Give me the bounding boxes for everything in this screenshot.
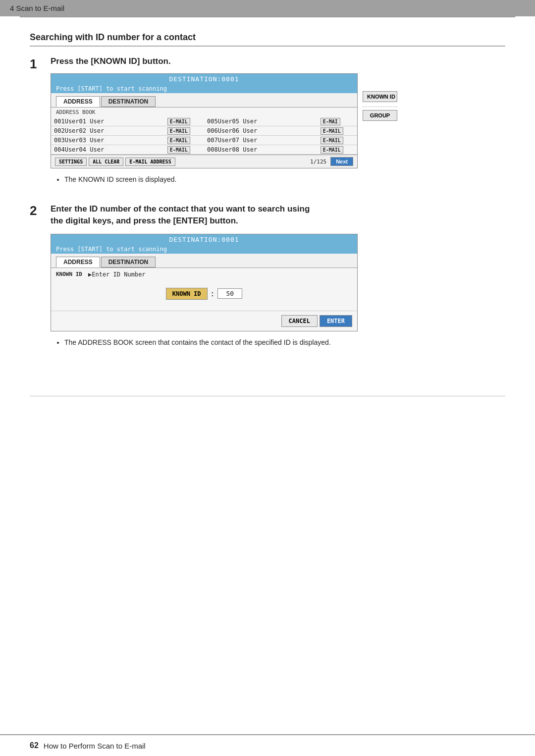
enter-button[interactable]: ENTER xyxy=(320,315,352,327)
email-address-button[interactable]: E-MAIL ADDRESS xyxy=(125,158,175,166)
table-row[interactable]: 003User03 User E-MAIL 007User07 User E-M… xyxy=(51,136,357,145)
step2-bullets: The ADDRESS BOOK screen that contains th… xyxy=(51,338,505,346)
email-badge-002: E-MAIL xyxy=(167,127,190,135)
separator-dots xyxy=(363,105,397,107)
cancel-button[interactable]: CANCEL xyxy=(281,315,318,327)
email-badge-008: E-MAIL xyxy=(321,146,343,154)
tab-destination-2[interactable]: DESTINATION xyxy=(101,257,156,268)
email-badge-007: E-MAIL xyxy=(321,137,343,144)
step1-panel-wrapper: DESTINATION:0001 Press [START] to start … xyxy=(51,73,358,168)
step2-bullet: The ADDRESS BOOK screen that contains th… xyxy=(64,338,505,346)
user-name-001: 001User01 User xyxy=(51,117,164,126)
step1-panel-title: DESTINATION:0001 xyxy=(51,74,357,84)
header-label: 4 Scan to E-mail xyxy=(10,4,64,12)
user-name-003: 003User03 User xyxy=(51,136,164,145)
user-name-005: 005User05 User xyxy=(204,117,318,126)
email-badge-005: E-MAI xyxy=(321,118,340,125)
step-1-title: Press the [KNOWN ID] button. xyxy=(51,56,505,66)
email-badge-004: E-MAIL xyxy=(167,146,190,154)
known-id-field-button[interactable]: KNOWN ID xyxy=(166,288,208,300)
known-id-row-label: KNOWN ID xyxy=(56,271,82,277)
action-buttons-row: CANCEL ENTER xyxy=(51,311,357,331)
colon-separator: : xyxy=(212,290,214,298)
enter-id-label: ▶Enter ID Number xyxy=(88,271,146,278)
step1-address-table: 001User01 User E-MAIL 005User05 User E-M… xyxy=(51,117,357,155)
tab-address-1[interactable]: ADDRESS xyxy=(56,96,100,107)
page-info: 1/125 xyxy=(310,159,326,165)
step-2-title: Enter the ID number of the contact that … xyxy=(51,203,505,227)
header-bar: 4 Scan to E-mail xyxy=(0,0,535,16)
step2-title-line2: the digital keys, and press the [ENTER] … xyxy=(51,216,238,225)
all-clear-button[interactable]: ALL CLEAR xyxy=(89,158,123,166)
tab-address-2[interactable]: ADDRESS xyxy=(56,257,100,268)
step1-panel-label: ADDRESS BOOK xyxy=(51,108,357,117)
footer-divider xyxy=(30,396,505,396)
step-1: 1 Press the [KNOWN ID] button. DESTINATI… xyxy=(30,56,505,191)
step-1-number: 1 xyxy=(30,57,44,70)
step1-panel-tabs: ADDRESS DESTINATION xyxy=(51,93,357,108)
step1-panel-subtitle: Press [START] to start scanning xyxy=(51,84,357,93)
step2-panel-title: DESTINATION:0001 xyxy=(51,234,357,245)
section-heading: Searching with ID number for a contact xyxy=(30,32,505,47)
step1-panel: DESTINATION:0001 Press [START] to start … xyxy=(51,73,358,168)
right-buttons: KNOWN ID GROUP xyxy=(363,91,397,121)
email-badge-006: E-MAIL xyxy=(321,127,343,135)
known-id-input-row: KNOWN ID : 50 xyxy=(51,281,357,304)
settings-button[interactable]: SETTINGS xyxy=(55,158,87,166)
footer-text: How to Perform Scan to E-mail xyxy=(44,742,146,750)
step2-panel: DESTINATION:0001 Press [START] to start … xyxy=(51,234,358,331)
footer-page-number: 62 xyxy=(30,741,39,750)
step-2-number: 2 xyxy=(30,204,44,217)
step-2-content: Enter the ID number of the contact that … xyxy=(51,203,505,354)
table-row[interactable]: 002User02 User E-MAIL 006User06 User E-M… xyxy=(51,126,357,136)
step2-title-line1: Enter the ID number of the contact that … xyxy=(51,204,310,214)
page-content: Searching with ID number for a contact 1… xyxy=(0,17,535,396)
user-name-004: 004User04 User xyxy=(51,145,164,155)
step-1-content: Press the [KNOWN ID] button. DESTINATION… xyxy=(51,56,505,191)
known-id-row: KNOWN ID ▶Enter ID Number xyxy=(51,268,357,281)
known-id-button[interactable]: KNOWN ID xyxy=(363,91,397,102)
email-badge-003: E-MAIL xyxy=(167,137,190,144)
spacer xyxy=(51,304,357,311)
step2-panel-tabs: ADDRESS DESTINATION xyxy=(51,254,357,268)
user-name-006: 006User06 User xyxy=(204,126,318,136)
step1-bullets: The KNOWN ID screen is displayed. xyxy=(51,175,505,183)
next-button[interactable]: Next xyxy=(330,157,353,166)
footer: 62 How to Perform Scan to E-mail xyxy=(0,734,535,756)
tab-destination-1[interactable]: DESTINATION xyxy=(101,96,156,107)
user-name-002: 002User02 User xyxy=(51,126,164,136)
step2-panel-subtitle: Press [START] to start scanning xyxy=(51,245,357,254)
step-2: 2 Enter the ID number of the contact tha… xyxy=(30,203,505,354)
step1-bullet: The KNOWN ID screen is displayed. xyxy=(64,175,505,183)
id-number-display: 50 xyxy=(217,288,242,299)
email-badge-001: E-MAIL xyxy=(167,118,190,125)
user-name-008: 008User08 User xyxy=(204,145,318,155)
table-row[interactable]: 001User01 User E-MAIL 005User05 User E-M… xyxy=(51,117,357,126)
user-name-007: 007User07 User xyxy=(204,136,318,145)
group-button[interactable]: GROUP xyxy=(363,110,397,121)
table-row[interactable]: 004User04 User E-MAIL 008User08 User E-M… xyxy=(51,145,357,155)
step1-bottom-bar: SETTINGS ALL CLEAR E-MAIL ADDRESS 1/125 … xyxy=(51,155,357,168)
